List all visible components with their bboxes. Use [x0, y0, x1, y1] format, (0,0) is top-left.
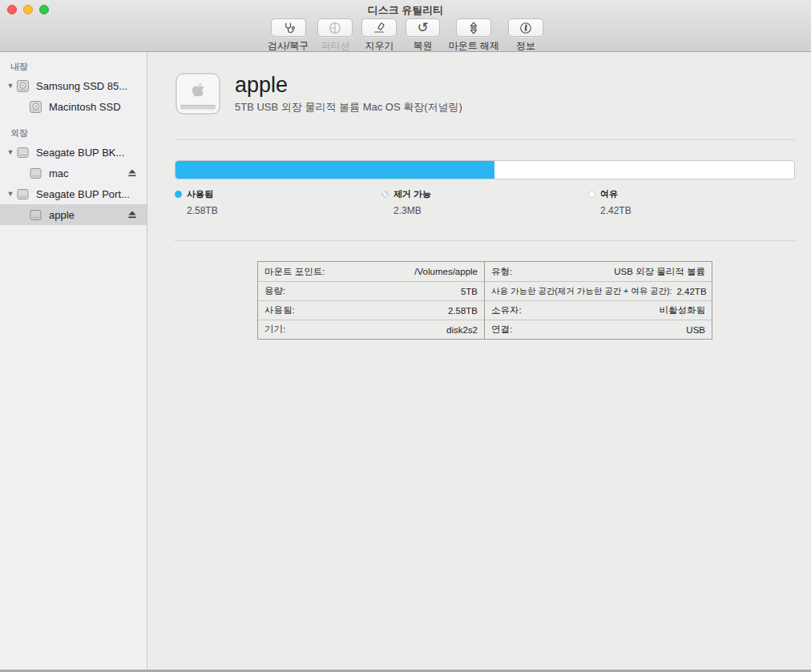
- toolbar-item-restore: ↺ 복원: [406, 18, 439, 53]
- detail-label: 마운트 포인트:: [264, 266, 325, 278]
- detail-row-used: 사용됨: 2.58TB: [258, 300, 484, 320]
- detail-row-connection: 연결: USB: [485, 320, 712, 339]
- detail-label: 연결:: [491, 324, 512, 336]
- legend-label: 여유: [600, 188, 618, 200]
- sidebar-item-seagate-bup-bk[interactable]: ▼ Seagate BUP BK...: [0, 142, 147, 163]
- external-device-icon: [175, 72, 221, 115]
- external-disk-icon: [16, 146, 30, 159]
- free-swatch-icon: [588, 191, 595, 198]
- detail-label: 기기:: [264, 324, 285, 336]
- info-button[interactable]: i: [508, 18, 543, 37]
- sidebar-item-label: mac: [49, 167, 69, 179]
- erase-label: 지우기: [365, 39, 393, 53]
- window-title: 디스크 유틸리티: [0, 3, 811, 18]
- external-volume-icon: [29, 167, 42, 180]
- toolbar: 검사/복구 파티션: [0, 18, 811, 53]
- toolbar-item-first-aid: 검사/복구: [268, 18, 309, 53]
- svg-text:i: i: [525, 24, 527, 32]
- restore-icon: ↺: [417, 22, 428, 34]
- detail-row-available: 사용 가능한 공간(제거 가능한 공간 + 여유 공간): 2.42TB: [485, 281, 712, 300]
- divider-top: [175, 139, 795, 140]
- legend-item-used: 사용됨 2.58TB: [175, 188, 381, 216]
- erase-button[interactable]: [361, 18, 397, 37]
- external-disk-icon: [16, 187, 30, 201]
- eject-icon[interactable]: [127, 210, 137, 219]
- sidebar: 내장 ▼ Samsung SSD 85...: [0, 52, 147, 670]
- legend-value: 2.3MB: [393, 205, 588, 216]
- sidebar-item-label: Macintosh SSD: [49, 101, 121, 113]
- main-content: apple 5TB USB 외장 물리적 볼륨 Mac OS 확장(저널링) 사…: [147, 52, 811, 670]
- restore-button[interactable]: ↺: [406, 18, 439, 37]
- detail-label: 사용 가능한 공간(제거 가능한 공간 + 여유 공간):: [491, 286, 672, 297]
- detail-value: USB: [686, 325, 705, 335]
- disclosure-triangle-icon[interactable]: ▼: [5, 148, 16, 156]
- toolbar-item-erase: 지우기: [361, 18, 397, 53]
- toolbar-item-partition: 파티션: [317, 18, 353, 53]
- info-icon: i: [519, 22, 532, 34]
- sidebar-item-label: Seagate BUP BK...: [36, 147, 124, 159]
- details-column-left: 마운트 포인트: /Volumes/apple 용량: 5TB 사용됨: 2.5…: [258, 262, 485, 339]
- unmount-button[interactable]: [456, 18, 491, 37]
- sidebar-heading-internal: 내장: [0, 58, 147, 75]
- external-volume-icon: [29, 208, 42, 222]
- erase-icon: [373, 22, 385, 34]
- detail-row-owners: 소유자: 비활성화됨: [485, 300, 712, 320]
- sidebar-item-seagate-bup-port[interactable]: ▼ Seagate BUP Port...: [0, 183, 147, 204]
- details-column-right: 유형: USB 외장 물리적 볼륨 사용 가능한 공간(제거 가능한 공간 + …: [485, 262, 712, 339]
- usage-bar-used: [176, 161, 494, 179]
- toolbar-item-info: i 정보: [508, 18, 543, 53]
- detail-row-mount-point: 마운트 포인트: /Volumes/apple: [258, 262, 484, 281]
- partition-label: 파티션: [321, 39, 349, 53]
- volume-subtitle: 5TB USB 외장 물리적 볼륨 Mac OS 확장(저널링): [235, 100, 462, 115]
- info-label: 정보: [516, 39, 535, 53]
- used-swatch-icon: [175, 191, 182, 198]
- detail-value: 비활성화됨: [660, 304, 706, 316]
- legend-label: 사용됨: [187, 188, 213, 200]
- usage-bar: [175, 160, 795, 179]
- legend-label: 제거 가능: [393, 188, 431, 200]
- unmount-label: 마운트 해제: [449, 39, 499, 53]
- detail-row-capacity: 용량: 5TB: [258, 281, 484, 300]
- disk-utility-window: 디스크 유틸리티 검사/복구: [0, 0, 811, 672]
- disclosure-triangle-icon[interactable]: ▼: [5, 190, 16, 198]
- sidebar-heading-external: 외장: [0, 125, 147, 142]
- detail-label: 유형:: [491, 266, 512, 278]
- usage-legend: 사용됨 2.58TB 제거 가능 2.3MB 여유 2.4: [175, 188, 795, 216]
- first-aid-button[interactable]: [271, 18, 306, 37]
- details-table: 마운트 포인트: /Volumes/apple 용량: 5TB 사용됨: 2.5…: [257, 261, 712, 340]
- first-aid-icon: [282, 22, 295, 34]
- sidebar-section-external: 외장 ▼ Seagate BUP BK... mac: [0, 125, 147, 225]
- details-section: 마운트 포인트: /Volumes/apple 용량: 5TB 사용됨: 2.5…: [175, 261, 795, 340]
- purgeable-swatch-icon: [381, 191, 389, 198]
- sidebar-section-internal: 내장 ▼ Samsung SSD 85...: [0, 58, 147, 117]
- eject-icon[interactable]: [127, 168, 137, 178]
- sidebar-item-apple[interactable]: apple: [0, 204, 147, 225]
- sidebar-item-label: Samsung SSD 85...: [36, 80, 127, 92]
- volume-title: apple: [235, 73, 462, 98]
- legend-value: 2.42TB: [600, 205, 795, 216]
- first-aid-label: 검사/복구: [268, 39, 309, 53]
- detail-value: /Volumes/apple: [414, 267, 478, 276]
- partition-icon: [329, 22, 341, 34]
- legend-value: 2.58TB: [187, 205, 381, 216]
- titlebar-toolbar: 디스크 유틸리티 검사/복구: [0, 0, 811, 52]
- legend-item-free: 여유 2.42TB: [588, 188, 795, 216]
- internal-disk-icon: [16, 79, 30, 93]
- sidebar-item-mac[interactable]: mac: [0, 163, 147, 183]
- detail-value: 2.42TB: [676, 287, 706, 296]
- sidebar-item-macintosh-ssd[interactable]: Macintosh SSD: [0, 96, 147, 117]
- sidebar-item-label: apple: [49, 209, 75, 221]
- legend-item-purgeable: 제거 가능 2.3MB: [381, 188, 588, 216]
- volume-header: apple 5TB USB 외장 물리적 볼륨 Mac OS 확장(저널링): [175, 72, 795, 115]
- detail-row-type: 유형: USB 외장 물리적 볼륨: [485, 262, 712, 281]
- toolbar-item-unmount: 마운트 해제: [449, 18, 499, 53]
- internal-volume-icon: [29, 100, 42, 114]
- disclosure-triangle-icon[interactable]: ▼: [5, 82, 16, 90]
- partition-button: [317, 18, 353, 37]
- detail-label: 소유자:: [491, 304, 522, 316]
- sidebar-item-label: Seagate BUP Port...: [36, 188, 130, 200]
- detail-label: 용량:: [264, 285, 285, 297]
- detail-value: USB 외장 물리적 볼륨: [614, 266, 705, 278]
- sidebar-item-samsung-ssd[interactable]: ▼ Samsung SSD 85...: [0, 75, 147, 96]
- detail-row-device: 기기: disk2s2: [258, 320, 484, 339]
